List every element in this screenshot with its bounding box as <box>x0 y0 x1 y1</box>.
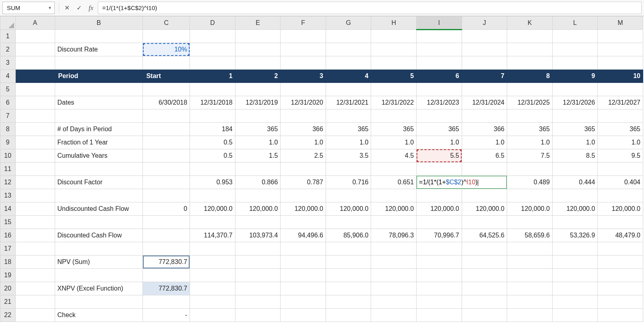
cell[interactable] <box>143 216 190 229</box>
cell[interactable]: 8.5 <box>552 149 598 163</box>
cell-label[interactable]: XNPV (Excel Function) <box>55 282 143 295</box>
cell[interactable] <box>417 189 462 202</box>
cell[interactable] <box>235 256 281 269</box>
cell[interactable] <box>281 43 326 56</box>
select-all-corner[interactable] <box>0 16 16 30</box>
cell[interactable]: 9 <box>552 70 598 83</box>
cell[interactable] <box>417 309 462 322</box>
col-header[interactable]: H <box>371 16 417 30</box>
cell[interactable] <box>552 43 598 56</box>
cell[interactable] <box>55 30 143 43</box>
cell[interactable] <box>143 269 190 282</box>
row-header[interactable]: 22 <box>0 309 16 322</box>
cell[interactable] <box>281 295 326 309</box>
cell[interactable] <box>371 295 417 309</box>
cell[interactable] <box>15 256 55 269</box>
cell[interactable] <box>417 30 462 43</box>
cell[interactable]: 0.5 <box>190 149 235 163</box>
cell[interactable] <box>281 269 326 282</box>
cell[interactable] <box>552 256 598 269</box>
cell[interactable]: 1.0 <box>462 136 507 149</box>
cell[interactable] <box>326 83 371 96</box>
col-header[interactable]: A <box>15 16 55 30</box>
cell-label[interactable]: Discount Rate <box>55 43 143 56</box>
cell[interactable] <box>326 30 371 43</box>
cell[interactable] <box>507 216 553 229</box>
cell[interactable]: 365 <box>598 123 643 136</box>
cell[interactable]: 7.5 <box>507 149 553 163</box>
cell[interactable] <box>462 242 507 256</box>
row-header[interactable]: 7 <box>0 109 16 123</box>
cell[interactable] <box>190 109 235 123</box>
col-header[interactable]: B <box>55 16 143 30</box>
cell[interactable] <box>235 30 281 43</box>
cell[interactable] <box>55 216 143 229</box>
cell[interactable] <box>507 56 553 70</box>
cell[interactable] <box>190 163 235 176</box>
cell[interactable]: 8 <box>507 70 553 83</box>
cell-discount-rate[interactable]: 10% <box>143 43 190 56</box>
cell[interactable] <box>15 216 55 229</box>
cell[interactable] <box>281 242 326 256</box>
cell[interactable] <box>235 282 281 295</box>
cell[interactable] <box>143 242 190 256</box>
row-header[interactable]: 9 <box>0 136 16 149</box>
cell[interactable] <box>552 216 598 229</box>
cell[interactable] <box>281 309 326 322</box>
cell[interactable]: 1.5 <box>235 149 281 163</box>
cell[interactable] <box>417 282 462 295</box>
cell[interactable] <box>15 242 55 256</box>
cell[interactable]: 103,973.4 <box>235 229 281 242</box>
cell[interactable] <box>281 256 326 269</box>
cell[interactable] <box>417 56 462 70</box>
cell[interactable]: 120,000.0 <box>598 202 643 216</box>
cell[interactable] <box>190 189 235 202</box>
name-box[interactable]: SUM ▼ <box>2 2 55 14</box>
cell[interactable] <box>507 269 553 282</box>
cell[interactable] <box>235 109 281 123</box>
cell[interactable]: 3 <box>281 70 326 83</box>
cell[interactable] <box>281 109 326 123</box>
cell[interactable] <box>462 30 507 43</box>
row-header[interactable]: 19 <box>0 269 16 282</box>
cell[interactable]: 0.953 <box>190 176 235 189</box>
cell[interactable]: 120,000.0 <box>552 202 598 216</box>
cell[interactable] <box>462 189 507 202</box>
cell[interactable] <box>143 136 190 149</box>
cell[interactable] <box>507 242 553 256</box>
cell[interactable] <box>417 242 462 256</box>
insert-function-button[interactable]: fx <box>85 0 97 16</box>
cell[interactable]: 12/31/2025 <box>507 96 553 109</box>
cell[interactable] <box>190 295 235 309</box>
cell[interactable] <box>281 189 326 202</box>
cell-label[interactable]: Fraction of 1 Year <box>55 136 143 149</box>
col-header[interactable]: J <box>462 16 507 30</box>
cell[interactable] <box>15 56 55 70</box>
cell[interactable]: 1.0 <box>417 136 462 149</box>
cell[interactable] <box>507 189 553 202</box>
cell[interactable] <box>326 189 371 202</box>
cell[interactable] <box>507 30 553 43</box>
row-header[interactable]: 2 <box>0 43 16 56</box>
col-header[interactable]: E <box>235 16 281 30</box>
cell[interactable] <box>190 43 235 56</box>
cell[interactable] <box>507 43 553 56</box>
cell[interactable] <box>15 229 55 242</box>
cell[interactable]: 1.0 <box>235 136 281 149</box>
col-header[interactable]: M <box>598 16 643 30</box>
cell[interactable] <box>462 269 507 282</box>
cell[interactable] <box>371 309 417 322</box>
cell[interactable] <box>462 309 507 322</box>
cell[interactable] <box>507 256 553 269</box>
cell[interactable]: 0.444 <box>552 176 598 189</box>
cell[interactable]: 184 <box>190 123 235 136</box>
cell[interactable]: 1.0 <box>371 136 417 149</box>
cell[interactable]: 120,000.0 <box>190 202 235 216</box>
cell[interactable] <box>598 30 643 43</box>
cell[interactable] <box>462 295 507 309</box>
cell[interactable] <box>143 109 190 123</box>
cell[interactable] <box>371 269 417 282</box>
col-header[interactable]: G <box>326 16 371 30</box>
cell[interactable] <box>598 216 643 229</box>
cell[interactable] <box>190 282 235 295</box>
